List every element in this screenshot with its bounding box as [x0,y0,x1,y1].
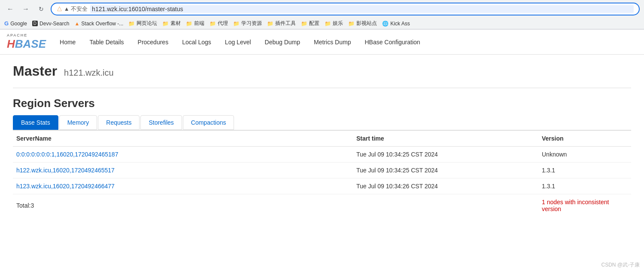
kickass-icon: 🌐 [382,21,389,27]
logo-h: H [7,37,15,50]
logo-hbase-text: HBASE [7,37,46,51]
bookmark-study-label: 学习资源 [241,20,262,27]
folder-icon-5: 📁 [233,21,240,27]
url-text[interactable]: h121.wzk.icu:16010/master-status [90,5,634,13]
bookmark-kickass[interactable]: 🌐 Kick Ass [382,21,410,27]
region-servers-tabs: Base Stats Memory Requests Storefiles Co… [13,115,631,130]
bookmark-material[interactable]: 📁 素材 [162,20,181,27]
nav-link-home[interactable]: Home [53,33,82,52]
bookmark-frontend[interactable]: 📁 前端 [186,20,204,27]
browser-chrome: ← → ↻ △ ▲ 不安全 h121.wzk.icu:16010/master-… [0,0,644,30]
tab-storefiles[interactable]: Storefiles [140,115,182,130]
page-hostname: h121.wzk.icu [64,68,114,77]
browser-top-bar: ← → ↻ △ ▲ 不安全 h121.wzk.icu:16010/master-… [0,0,644,18]
start-time-3: Tue Jul 09 10:34:26 CST 2024 [353,178,538,194]
tab-base-stats[interactable]: Base Stats [13,115,58,130]
col-header-server: ServerName [13,130,353,147]
version-2: 1.3.1 [538,163,631,178]
logo-base: BASE [15,37,46,50]
total-label: Total:3 [13,194,353,217]
back-button[interactable]: ← [4,3,16,15]
tab-requests[interactable]: Requests [98,115,140,130]
start-time-2: Tue Jul 09 10:34:25 CST 2024 [353,163,538,178]
bookmark-proxy-label: 代理 [218,20,228,27]
bookmark-google[interactable]: G Google [4,20,27,27]
inconsistent-version-text: 1 nodes with inconsistent version [538,194,631,217]
total-empty [353,194,538,217]
nav-link-metrics-dump[interactable]: Metrics Dump [307,33,358,52]
stackoverflow-icon: ▲ [74,21,79,27]
page-content: Master h121.wzk.icu Region Servers Base … [0,55,644,225]
logo-apache-text: APACHE [7,33,46,37]
bookmark-frontend-label: 前端 [194,20,204,27]
folder-icon-1: 📁 [128,21,135,27]
page-header: Master h121.wzk.icu [13,63,631,79]
bookmark-config-label: 配置 [309,20,319,27]
nav-link-procedures[interactable]: Procedures [131,33,176,52]
nav-link-local-logs[interactable]: Local Logs [175,33,218,52]
start-time-1: Tue Jul 09 10:34:25 CST 2024 [353,147,538,163]
reload-button[interactable]: ↻ [35,3,47,15]
region-servers-section: Region Servers Base Stats Memory Request… [13,97,631,217]
table-header-row: ServerName Start time Version [13,130,631,147]
bookmark-entertainment[interactable]: 📁 娱乐 [325,20,343,27]
folder-icon-2: 📁 [162,21,169,27]
folder-icon-8: 📁 [325,21,331,27]
nav-link-hbase-config[interactable]: HBase Configuration [358,33,427,52]
folder-icon-6: 📁 [267,21,273,27]
folder-icon-9: 📁 [348,21,355,27]
folder-icon-3: 📁 [186,21,192,27]
nav-link-log-level[interactable]: Log Level [218,33,258,52]
bookmark-devv-label: Devv-Search [39,21,69,27]
table-row: h122.wzk.icu,16020,1720492465517 Tue Jul… [13,163,631,178]
region-servers-title: Region Servers [13,97,631,110]
tab-compactions[interactable]: Compactions [183,115,234,130]
bookmark-stackoverflow[interactable]: ▲ Stack Overflow -... [74,21,123,27]
region-servers-table: ServerName Start time Version 0:0:0:0:0:… [13,130,631,217]
bookmark-devv[interactable]: D Devv-Search [32,21,70,27]
page-title: Master [13,63,57,79]
server-name-2: h122.wzk.icu,16020,1720492465517 [13,163,353,178]
version-3: 1.3.1 [538,178,631,194]
col-header-start: Start time [353,130,538,147]
bookmark-plugins-label: 插件工具 [275,20,296,27]
bookmark-plugins[interactable]: 📁 插件工具 [267,20,296,27]
bookmarks-bar: G Google D Devv-Search ▲ Stack Overflow … [0,18,644,29]
server-link-1[interactable]: 0:0:0:0:0:0:0:1,16020,1720492465187 [16,151,118,158]
address-bar[interactable]: △ ▲ 不安全 h121.wzk.icu:16010/master-status [51,3,640,15]
bookmark-video-label: 影视站点 [356,20,377,27]
total-row: Total:3 1 nodes with inconsistent versio… [13,194,631,217]
bookmark-video[interactable]: 📁 影视站点 [348,20,377,27]
nav-menu: Home Table Details Procedures Local Logs… [53,33,427,52]
security-warning-text: ▲ 不安全 [64,6,88,12]
version-1: Unknown [538,147,631,163]
bookmark-webpage[interactable]: 📁 网页论坛 [128,20,157,27]
nav-link-table-details[interactable]: Table Details [82,33,131,52]
bookmark-google-label: Google [10,21,27,27]
title-divider [13,88,631,88]
bookmark-config[interactable]: 📁 配置 [301,20,319,27]
folder-icon-7: 📁 [301,21,307,27]
bookmark-study[interactable]: 📁 学习资源 [233,20,262,27]
bookmark-kickass-label: Kick Ass [390,21,410,27]
server-name-1: 0:0:0:0:0:0:0:1,16020,1720492465187 [13,147,353,163]
server-link-3[interactable]: h123.wzk.icu,16020,1720492466477 [16,183,115,190]
tab-memory[interactable]: Memory [59,115,97,130]
col-header-version: Version [538,130,631,147]
hbase-nav: APACHE HBASE Home Table Details Procedur… [0,30,644,55]
bookmark-entertainment-label: 娱乐 [333,20,343,27]
hbase-logo[interactable]: APACHE HBASE [0,30,53,54]
folder-icon-4: 📁 [210,21,216,27]
google-icon: G [4,20,9,27]
table-row: h123.wzk.icu,16020,1720492466477 Tue Jul… [13,178,631,194]
bookmark-stackoverflow-label: Stack Overflow -... [81,21,123,27]
forward-button[interactable]: → [20,3,32,15]
server-link-2[interactable]: h122.wzk.icu,16020,1720492465517 [16,167,115,174]
bookmark-proxy[interactable]: 📁 代理 [210,20,228,27]
nav-link-debug-dump[interactable]: Debug Dump [258,33,307,52]
server-name-3: h123.wzk.icu,16020,1720492466477 [13,178,353,194]
table-row: 0:0:0:0:0:0:0:1,16020,1720492465187 Tue … [13,147,631,163]
security-warning-icon: △ ▲ 不安全 [57,5,88,13]
devv-icon: D [32,21,38,26]
bookmark-material-label: 素材 [170,20,181,27]
